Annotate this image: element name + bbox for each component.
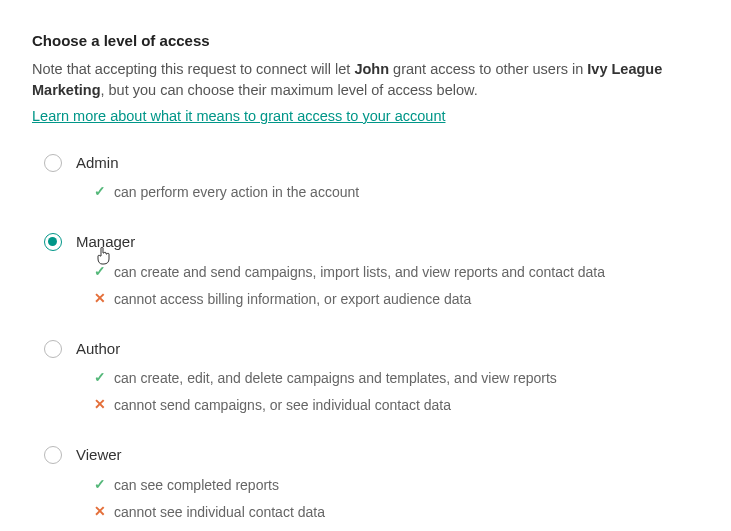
- check-icon: ✓: [94, 475, 108, 495]
- check-icon: ✓: [94, 182, 108, 202]
- option-label[interactable]: Admin: [76, 152, 699, 175]
- option-body: Viewer✓can see completed reports✕cannot …: [76, 444, 699, 529]
- capability-cannot: ✕cannot see individual contact data: [94, 502, 699, 523]
- capability-text: can create and send campaigns, import li…: [114, 262, 605, 283]
- capability-text: can create, edit, and delete campaigns a…: [114, 368, 557, 389]
- check-icon: ✓: [94, 262, 108, 282]
- option-body: Manager✓can create and send campaigns, i…: [76, 231, 699, 316]
- access-option-admin: Admin✓can perform every action in the ac…: [44, 152, 699, 210]
- desc-text-mid: grant access to other users in: [389, 61, 587, 77]
- capability-cannot: ✕cannot send campaigns, or see individua…: [94, 395, 699, 416]
- access-level-options: Admin✓can perform every action in the ac…: [32, 152, 699, 529]
- radio-manager[interactable]: [44, 233, 62, 251]
- learn-more-link[interactable]: Learn more about what it means to grant …: [32, 106, 445, 128]
- cross-icon: ✕: [94, 395, 108, 415]
- capability-can: ✓can see completed reports: [94, 475, 699, 496]
- capability-text: can see completed reports: [114, 475, 279, 496]
- capability-can: ✓can create, edit, and delete campaigns …: [94, 368, 699, 389]
- radio-author[interactable]: [44, 340, 62, 358]
- section-heading: Choose a level of access: [32, 30, 699, 53]
- cross-icon: ✕: [94, 502, 108, 522]
- desc-text-suffix: , but you can choose their maximum level…: [101, 82, 478, 98]
- capability-text: cannot send campaigns, or see individual…: [114, 395, 451, 416]
- cross-icon: ✕: [94, 289, 108, 309]
- option-label[interactable]: Viewer: [76, 444, 699, 467]
- access-option-author: Author✓can create, edit, and delete camp…: [44, 338, 699, 423]
- capability-cannot: ✕cannot access billing information, or e…: [94, 289, 699, 310]
- capability-text: cannot access billing information, or ex…: [114, 289, 471, 310]
- requesting-user-name: John: [354, 61, 389, 77]
- option-label[interactable]: Manager: [76, 231, 699, 254]
- radio-admin[interactable]: [44, 154, 62, 172]
- desc-text-prefix: Note that accepting this request to conn…: [32, 61, 354, 77]
- radio-viewer[interactable]: [44, 446, 62, 464]
- option-body: Admin✓can perform every action in the ac…: [76, 152, 699, 210]
- capability-can: ✓can create and send campaigns, import l…: [94, 262, 699, 283]
- access-option-viewer: Viewer✓can see completed reports✕cannot …: [44, 444, 699, 529]
- check-icon: ✓: [94, 368, 108, 388]
- capability-text: can perform every action in the account: [114, 182, 359, 203]
- section-description: Note that accepting this request to conn…: [32, 59, 672, 103]
- capability-can: ✓can perform every action in the account: [94, 182, 699, 203]
- access-option-manager: Manager✓can create and send campaigns, i…: [44, 231, 699, 316]
- capability-text: cannot see individual contact data: [114, 502, 325, 523]
- option-body: Author✓can create, edit, and delete camp…: [76, 338, 699, 423]
- option-label[interactable]: Author: [76, 338, 699, 361]
